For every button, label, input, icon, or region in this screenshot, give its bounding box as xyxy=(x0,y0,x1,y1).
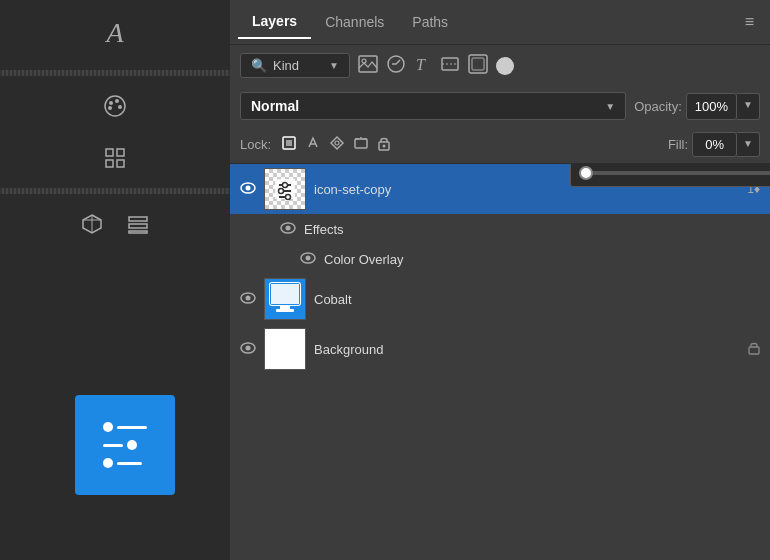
search-icon: 🔍 xyxy=(251,58,267,73)
svg-rect-22 xyxy=(472,58,484,70)
layer-thumb-1 xyxy=(264,168,306,210)
kind-arrow-icon: ▼ xyxy=(329,60,339,71)
kind-select[interactable]: 🔍 Kind ▼ xyxy=(240,53,350,78)
lock-pixels-icon[interactable] xyxy=(281,135,297,154)
layer-thumb-background xyxy=(264,328,306,370)
svg-rect-27 xyxy=(355,139,367,148)
layer-item-color-overlay[interactable]: Color Overlay xyxy=(230,244,770,274)
icon-line-3 xyxy=(103,458,142,468)
eye-icon-background[interactable] xyxy=(240,341,256,357)
svg-rect-7 xyxy=(106,160,113,167)
opacity-value[interactable]: 100% xyxy=(686,93,737,120)
opacity-arrow-icon[interactable]: ▼ xyxy=(737,93,760,120)
tab-layers[interactable]: Layers xyxy=(238,5,311,39)
eye-icon-cobalt[interactable] xyxy=(240,291,256,307)
circle-filter-icon[interactable] xyxy=(496,57,514,75)
layers-panel-icon[interactable] xyxy=(118,204,158,244)
svg-point-32 xyxy=(383,145,386,148)
tabs-bar: Layers Channels Paths ≡ xyxy=(230,0,770,45)
lock-icons xyxy=(281,135,391,154)
svg-point-41 xyxy=(286,195,291,200)
fill-arrow-icon[interactable]: ▼ xyxy=(737,132,760,157)
opacity-slider-thumb[interactable] xyxy=(579,166,593,180)
opacity-slider-track[interactable] xyxy=(579,171,770,175)
eye-icon-1[interactable] xyxy=(240,181,256,197)
layer-name-background: Background xyxy=(314,342,740,357)
layer-item-effects[interactable]: Effects xyxy=(230,214,770,244)
opacity-input-group: 100% ▼ xyxy=(686,93,760,120)
svg-point-1 xyxy=(109,101,113,105)
svg-rect-13 xyxy=(129,224,147,228)
fill-input-group: 0% ▼ xyxy=(692,132,760,157)
opacity-label: Opacity: xyxy=(634,99,682,114)
svg-rect-51 xyxy=(280,305,290,309)
shape-filter-icon[interactable] xyxy=(440,54,460,78)
svg-point-0 xyxy=(105,96,125,116)
layer-item-icon-set-copy[interactable]: icon-set-copy 1♦ xyxy=(230,164,770,214)
lock-all-icon[interactable] xyxy=(377,135,391,154)
svg-point-54 xyxy=(246,346,251,351)
cube-icon[interactable] xyxy=(72,204,112,244)
blend-mode-label: Normal xyxy=(251,98,299,114)
blend-row: Normal ▼ Opacity: 100% ▼ xyxy=(230,86,770,126)
lock-label: Lock: xyxy=(240,137,271,152)
kind-label: Kind xyxy=(273,58,299,73)
thumb-cobalt xyxy=(265,279,305,319)
grid-icon[interactable] xyxy=(95,138,135,178)
lock-artboard-icon[interactable] xyxy=(353,135,369,154)
svg-point-2 xyxy=(115,99,119,103)
svg-point-34 xyxy=(246,186,251,191)
background-lock-icon xyxy=(748,341,760,358)
palette-icon[interactable] xyxy=(95,86,135,126)
text-tool-icon[interactable]: A xyxy=(90,8,140,58)
sidebar-tools: A xyxy=(0,0,230,250)
icon-circle-2 xyxy=(127,440,137,450)
lock-paint-icon[interactable] xyxy=(305,135,321,154)
svg-point-26 xyxy=(335,141,339,145)
tool-row-2 xyxy=(95,138,135,178)
svg-point-43 xyxy=(286,225,291,230)
fill-label: Fill: xyxy=(668,137,688,152)
icon-bar-3 xyxy=(117,462,142,465)
effects-label: Effects xyxy=(304,222,344,237)
sidebar-divider-2 xyxy=(0,188,230,194)
tabs-menu-button[interactable]: ≡ xyxy=(737,9,762,35)
svg-rect-14 xyxy=(129,231,147,233)
svg-rect-55 xyxy=(749,347,759,354)
layer-item-background[interactable]: Background xyxy=(230,324,770,374)
svg-point-37 xyxy=(283,183,288,188)
icon-circle-3 xyxy=(103,458,113,468)
thumb-background xyxy=(265,329,305,369)
lock-row: Lock: xyxy=(230,126,770,164)
text-filter-icon[interactable]: T xyxy=(414,54,432,78)
blend-mode-arrow-icon: ▼ xyxy=(605,101,615,112)
layers-list: icon-set-copy 1♦ Effects xyxy=(230,164,770,560)
svg-rect-12 xyxy=(129,217,147,221)
canvas-preview-area xyxy=(65,330,185,560)
canvas-preview xyxy=(75,395,175,495)
eye-icon-effects[interactable] xyxy=(280,222,296,237)
lock-position-icon[interactable] xyxy=(329,135,345,154)
layer-thumb-cobalt xyxy=(264,278,306,320)
svg-point-45 xyxy=(306,255,311,260)
blend-mode-select[interactable]: Normal ▼ xyxy=(240,92,626,120)
image-filter-icon[interactable] xyxy=(358,55,378,77)
layer-name-cobalt: Cobalt xyxy=(314,292,760,307)
smart-filter-icon[interactable] xyxy=(468,54,488,78)
tab-channels[interactable]: Channels xyxy=(311,6,398,38)
icon-line-2 xyxy=(103,440,137,450)
tool-row-3 xyxy=(72,204,158,244)
layer-item-cobalt[interactable]: Cobalt xyxy=(230,274,770,324)
svg-rect-50 xyxy=(271,284,299,304)
adjustment-filter-icon[interactable] xyxy=(386,54,406,78)
color-overlay-label: Color Overlay xyxy=(324,252,403,267)
filter-row: 🔍 Kind ▼ T xyxy=(230,45,770,86)
tab-paths[interactable]: Paths xyxy=(398,6,462,38)
filter-icons: T xyxy=(358,54,514,78)
fill-value[interactable]: 0% xyxy=(692,132,737,157)
svg-rect-52 xyxy=(276,309,294,312)
fill-group: Fill: 0% ▼ xyxy=(668,132,760,157)
opacity-popup[interactable] xyxy=(570,164,770,187)
left-sidebar: A xyxy=(0,0,230,560)
eye-icon-color-overlay[interactable] xyxy=(300,252,316,267)
